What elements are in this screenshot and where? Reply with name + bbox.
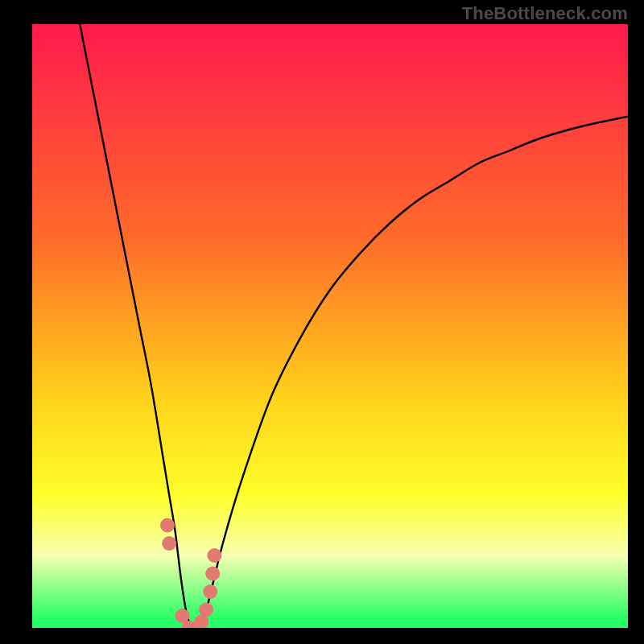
bottleneck-curve	[32, 24, 628, 628]
marker-point	[160, 518, 175, 533]
marker-point	[207, 548, 221, 563]
marker-point	[162, 536, 176, 551]
marker-point	[203, 584, 217, 599]
highlighted-points	[160, 518, 221, 629]
curve-line	[80, 24, 628, 628]
marker-point	[205, 567, 220, 581]
marker-point	[199, 603, 213, 617]
chart-frame: TheBottleneck.com	[0, 0, 644, 644]
watermark-text: TheBottleneck.com	[462, 3, 628, 24]
plot-area	[32, 24, 628, 628]
